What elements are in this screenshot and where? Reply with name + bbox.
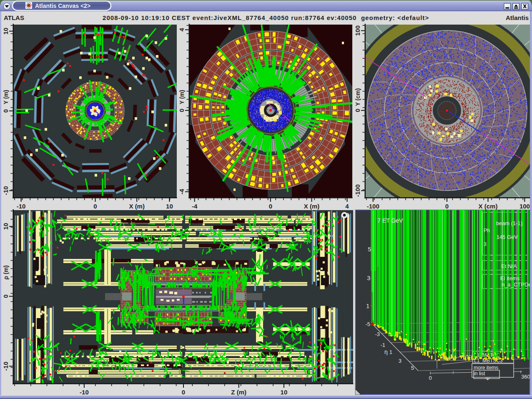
svg-text:100: 100: [519, 203, 530, 210]
svg-text:X (m): X (m): [129, 203, 145, 210]
svg-text:in list: in list: [474, 371, 485, 376]
svg-text:4: 4: [178, 28, 185, 32]
svg-text:0: 0: [354, 109, 361, 112]
svg-text:Atlantis Canvas <2>: Atlantis Canvas <2>: [35, 3, 90, 9]
svg-text:10: 10: [2, 28, 9, 35]
svg-text:-10: -10: [17, 203, 26, 210]
svg-text:7 ET GeV: 7 ET GeV: [377, 217, 403, 224]
svg-text:10: 10: [166, 203, 173, 210]
svg-text:2008-09-10 10:19:10 CEST event: 2008-09-10 10:19:10 CEST event:JiveXML_8…: [103, 14, 429, 21]
svg-text:1: 1: [366, 303, 369, 309]
svg-text:-10: -10: [80, 389, 89, 396]
svg-text:beam (1-1): beam (1-1): [496, 220, 522, 226]
svg-text:100: 100: [354, 25, 361, 36]
svg-text:10: 10: [2, 223, 9, 230]
svg-text:-100: -100: [367, 203, 379, 210]
svg-text:0: 0: [429, 375, 432, 381]
svg-text:0: 0: [269, 203, 272, 210]
svg-text:5: 5: [411, 365, 414, 371]
svg-text:X (m): X (m): [304, 203, 320, 210]
svg-text:Y (m): Y (m): [178, 90, 185, 105]
svg-text:Ph: Ph: [484, 228, 490, 233]
svg-text:0: 0: [182, 389, 185, 396]
svg-text:Et N/A: Et N/A: [501, 263, 517, 269]
svg-text:Z (m): Z (m): [231, 389, 246, 396]
svg-text:145 GeV: 145 GeV: [497, 234, 518, 240]
svg-text:3: 3: [367, 275, 370, 281]
svg-text:5: 5: [368, 246, 371, 253]
svg-text:ρ (m): ρ (m): [3, 265, 9, 279]
svg-text:-5: -5: [365, 321, 370, 327]
svg-text:-4: -4: [192, 203, 198, 210]
svg-text:more items: more items: [474, 365, 498, 371]
svg-text:-1: -1: [380, 342, 385, 348]
svg-text:0: 0: [2, 109, 9, 113]
svg-text:X (cm): X (cm): [479, 203, 498, 210]
svg-text:-100: -100: [354, 184, 361, 197]
svg-text:Y (m): Y (m): [3, 90, 9, 105]
svg-text:-10: -10: [2, 361, 9, 371]
svg-text:0: 0: [2, 294, 9, 298]
svg-text:-3: -3: [375, 331, 380, 337]
svg-text:n_a_CTPDec: n_a_CTPDec: [502, 281, 532, 288]
svg-text:El items:: El items:: [500, 275, 521, 281]
svg-text:-10: -10: [2, 186, 9, 195]
svg-text:1: 1: [389, 349, 392, 355]
svg-text:ATLAS: ATLAS: [4, 14, 24, 21]
svg-text:3: 3: [484, 241, 487, 247]
svg-text:0: 0: [93, 203, 97, 210]
svg-text:0: 0: [178, 109, 185, 112]
svg-text:η: η: [384, 349, 388, 355]
svg-text:3: 3: [399, 358, 402, 364]
svg-text:Y (cm): Y (cm): [354, 88, 361, 106]
svg-text:10: 10: [281, 389, 288, 396]
svg-text:-4: -4: [178, 188, 185, 194]
svg-text:360: 360: [521, 374, 530, 380]
svg-text:0: 0: [445, 203, 449, 210]
svg-text:Atlantis: Atlantis: [506, 14, 529, 21]
svg-text:4: 4: [345, 203, 349, 210]
